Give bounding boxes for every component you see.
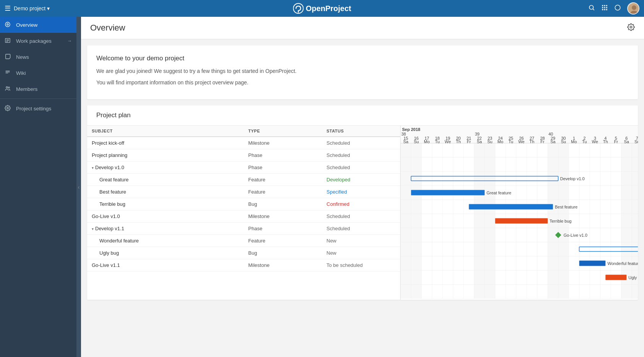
table-row[interactable]: Go-Live v1.0 Milestone Scheduled: [87, 210, 400, 222]
cell-subject: ▾Develop v1.0: [87, 161, 244, 173]
gantt-chart-render: Sep 201838394015Sa16Su17Mo18Tu19We20Th21…: [401, 126, 638, 300]
sidebar: Overview Work packages → News Wiki Mem: [0, 17, 76, 357]
app-title: OpenProject: [306, 4, 351, 13]
cell-subject: Ugly bug: [87, 247, 244, 259]
svg-text:Sa: Sa: [477, 139, 482, 144]
col-subject: SUBJECT: [87, 126, 244, 137]
welcome-title: Welcome to your demo project: [96, 55, 629, 62]
gantt-svg: Sep 201838394015Sa16Su17Mo18Tu19We20Th21…: [401, 126, 638, 299]
svg-text:We: We: [592, 139, 598, 144]
table-row[interactable]: Go-Live v1.1 Milestone To be scheduled: [87, 259, 400, 271]
svg-point-17: [5, 22, 10, 27]
svg-text:Wonderful feature: Wonderful feature: [607, 261, 638, 265]
user-avatar[interactable]: [627, 2, 639, 15]
table-header: SUBJECT TYPE STATUS: [87, 126, 400, 137]
svg-rect-10: [604, 9, 605, 10]
sidebar-item-project-settings[interactable]: Project settings: [0, 100, 76, 116]
search-icon[interactable]: [588, 4, 595, 13]
topbar-left: ☰ Demo project ▾: [5, 4, 50, 13]
svg-text:Th: Th: [603, 139, 608, 144]
page-settings-icon[interactable]: [627, 23, 635, 33]
col-status: STATUS: [322, 126, 400, 137]
svg-point-18: [7, 24, 8, 25]
work-packages-arrow-icon: →: [67, 38, 72, 44]
svg-text:Mo: Mo: [571, 139, 577, 144]
topbar-right: ?: [588, 2, 639, 15]
svg-rect-128: [411, 190, 485, 195]
cell-status: New: [322, 234, 400, 247]
svg-text:Terrible bug: Terrible bug: [550, 218, 571, 223]
main-layout: Overview Work packages → News Wiki Mem: [0, 17, 644, 357]
svg-rect-4: [604, 5, 605, 6]
svg-point-25: [7, 107, 8, 109]
svg-point-23: [6, 86, 8, 88]
table-row[interactable]: Ugly bug Bug New: [87, 247, 400, 259]
wiki-icon: [5, 69, 12, 77]
table-body: Project kick-off Milestone Scheduled Pro…: [87, 137, 400, 271]
cell-type: Feature: [244, 234, 322, 247]
cell-status: To be scheduled: [322, 259, 400, 271]
cell-subject: Project kick-off: [87, 137, 244, 149]
svg-text:Tu: Tu: [435, 139, 440, 144]
gantt-chart-area: Sep 201838394015Sa16Su17Mo18Tu19We20Th21…: [401, 126, 638, 300]
menu-icon[interactable]: ☰: [5, 4, 11, 13]
cell-type: Phase: [244, 222, 322, 234]
svg-text:Fr: Fr: [540, 139, 545, 144]
svg-rect-140: [605, 275, 626, 280]
content-area: Overview Welcome to your demo project We…: [81, 17, 644, 357]
sidebar-item-overview[interactable]: Overview: [0, 17, 76, 33]
cell-type: Bug: [244, 247, 322, 259]
work-packages-icon: [5, 37, 12, 45]
svg-text:Su: Su: [634, 139, 638, 144]
svg-text:Go-Live v1.0: Go-Live v1.0: [564, 233, 587, 237]
svg-text:Great feature: Great feature: [487, 190, 511, 195]
sidebar-item-work-packages[interactable]: Work packages →: [0, 33, 76, 49]
openproject-logo-icon: [293, 3, 303, 14]
svg-rect-28: [411, 143, 422, 299]
project-plan-card: Project plan SUBJECT TYPE STATUS: [87, 105, 638, 300]
cell-subject: ▾Develop v1.1: [87, 222, 244, 234]
cell-type: Milestone: [244, 210, 322, 222]
help-icon[interactable]: ?: [614, 4, 621, 13]
table-row[interactable]: Terrible bug Bug Confirmed: [87, 198, 400, 210]
svg-rect-30: [485, 143, 495, 299]
cell-status: Scheduled: [322, 161, 400, 173]
table-row[interactable]: ▾Develop v1.0 Phase Scheduled: [87, 161, 400, 173]
cell-type: Milestone: [244, 259, 322, 271]
sidebar-item-wiki[interactable]: Wiki: [0, 65, 76, 81]
topbar-logo-area: OpenProject: [293, 3, 351, 14]
cell-status: Scheduled: [322, 222, 400, 234]
table-row[interactable]: Best feature Feature Specified: [87, 186, 400, 198]
cell-subject: Terrible bug: [87, 198, 244, 210]
svg-rect-3: [602, 5, 603, 6]
svg-rect-29: [474, 143, 485, 299]
sidebar-item-news[interactable]: News: [0, 49, 76, 65]
welcome-card: Welcome to your demo project We are glad…: [87, 45, 638, 99]
sidebar-project-settings-label: Project settings: [16, 106, 72, 111]
svg-text:Mo: Mo: [424, 139, 430, 144]
project-settings-icon: [5, 105, 12, 112]
modules-icon[interactable]: [601, 4, 608, 13]
cell-subject: Go-Live v1.1: [87, 259, 244, 271]
table-row[interactable]: Project planning Phase Scheduled: [87, 149, 400, 161]
svg-text:Tu: Tu: [582, 139, 587, 144]
table-row[interactable]: Project kick-off Milestone Scheduled: [87, 137, 400, 149]
svg-text:Th: Th: [529, 139, 534, 144]
svg-rect-27: [401, 143, 411, 299]
members-icon: [5, 86, 12, 93]
table-row[interactable]: ▾Develop v1.1 Phase Scheduled: [87, 222, 400, 234]
cell-status: Specified: [322, 186, 400, 198]
sidebar-collapse-handle[interactable]: [76, 17, 81, 357]
table-row[interactable]: Wonderful feature Feature New: [87, 234, 400, 247]
svg-rect-6: [602, 7, 603, 8]
sidebar-item-members[interactable]: Members: [0, 81, 76, 97]
gantt-container: SUBJECT TYPE STATUS Project kick-off Mil…: [87, 126, 638, 300]
svg-text:Best feature: Best feature: [555, 204, 577, 209]
table-row[interactable]: Great feature Feature Developed: [87, 173, 400, 186]
svg-text:Sep 2018: Sep 2018: [402, 127, 420, 132]
svg-text:Th: Th: [456, 139, 461, 144]
cell-type: Feature: [244, 173, 322, 186]
project-selector[interactable]: Demo project ▾: [14, 5, 50, 11]
svg-line-2: [593, 9, 594, 10]
cell-status: Scheduled: [322, 149, 400, 161]
